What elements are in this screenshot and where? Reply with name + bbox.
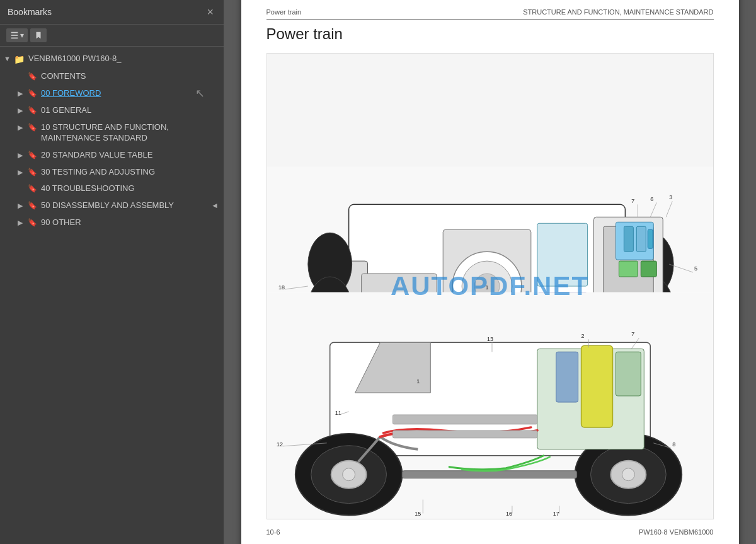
sidebar-content: ▼ 📁 VENBM61000 PW160-8_ ▶ 🔖 CONTENTS ▶ 🔖…: [0, 47, 224, 544]
bookmark-icon: 🔖: [28, 218, 37, 228]
header-right-text: STRUCTURE AND FUNCTION, MAINTENANCE STAN…: [523, 8, 713, 16]
footer-doc-ref: PW160-8 VENBM61000: [639, 528, 714, 536]
item-label-foreword: 00 FOREWORD: [41, 88, 219, 99]
page-title: Power train: [266, 25, 714, 43]
bookmark-icon: 🔖: [28, 168, 37, 178]
svg-text:7: 7: [631, 198, 634, 204]
svg-point-51: [342, 468, 355, 481]
bookmark-icon: 🔖: [28, 72, 37, 82]
chevron-right-icon: ▶: [18, 168, 25, 177]
sidebar-item-standard[interactable]: ▶ 🔖 20 STANDARD VALUE TABLE: [0, 147, 224, 164]
svg-rect-0: [11, 32, 18, 33]
bookmark-icon: 🔖: [28, 123, 37, 133]
sidebar-item-disassembly[interactable]: ▶ 🔖 50 DISASSEMBLY AND ASSEMBLY ◄: [0, 197, 224, 214]
close-button[interactable]: ×: [204, 5, 216, 19]
diagram-container: AUTOPDF.NET: [266, 53, 714, 519]
svg-text:5: 5: [694, 265, 697, 272]
chevron-down-icon: ▼: [4, 54, 11, 63]
sidebar-item-foreword[interactable]: ▶ 🔖 00 FOREWORD ↖: [0, 85, 224, 102]
sidebar-item-other[interactable]: ▶ 🔖 90 OTHER: [0, 214, 224, 231]
svg-text:11: 11: [335, 410, 341, 416]
item-label-testing: 30 TESTING AND ADJUSTING: [41, 167, 219, 178]
folder-icon: 📁: [14, 54, 25, 65]
chevron-right-icon: ▶: [18, 151, 25, 159]
page-number: 10-6: [266, 528, 280, 536]
sidebar-item-structure[interactable]: ▶ 🔖 10 STRUCTURE AND FUNCTION, MAINTENAN…: [0, 119, 224, 147]
svg-text:2: 2: [581, 333, 584, 339]
svg-rect-58: [581, 345, 612, 427]
item-label-structure: 10 STRUCTURE AND FUNCTION, MAINTENANCE S…: [41, 122, 219, 144]
svg-text:15: 15: [415, 511, 421, 517]
svg-text:6: 6: [650, 196, 653, 202]
chevron-right-icon: ▶: [18, 106, 25, 115]
svg-text:13: 13: [487, 336, 493, 342]
tree-root-item[interactable]: ▼ 📁 VENBM61000 PW160-8_: [0, 50, 224, 68]
dropdown-arrow: ▾: [20, 31, 24, 40]
bookmark-icon: 🔖: [28, 184, 37, 194]
svg-rect-56: [402, 471, 576, 478]
svg-point-55: [622, 468, 634, 481]
item-label-contents: CONTENTS: [41, 71, 219, 82]
svg-rect-26: [619, 261, 638, 277]
header-left-text: Power train: [266, 8, 302, 16]
svg-text:17: 17: [553, 511, 559, 517]
svg-rect-24: [636, 226, 646, 252]
vehicle-diagram: AUTOPDF.NET: [266, 53, 714, 519]
bookmark-icon: 🔖: [28, 106, 37, 116]
svg-rect-62: [392, 431, 537, 438]
svg-rect-13: [537, 223, 587, 286]
sidebar-item-general[interactable]: ▶ 🔖 01 GENERAL: [0, 102, 224, 119]
item-label-disassembly: 50 DISASSEMBLY AND ASSEMBLY: [41, 200, 219, 211]
svg-rect-2: [11, 38, 18, 39]
page-header: Power train STRUCTURE AND FUNCTION, MAIN…: [266, 8, 714, 20]
svg-rect-61: [392, 415, 537, 424]
bottom-view-diagram: 13 2 7 8 12 11 15 16 17 1: [267, 292, 713, 519]
bookmark-icon: 🔖: [28, 151, 37, 161]
sidebar-item-testing[interactable]: ▶ 🔖 30 TESTING AND ADJUSTING: [0, 164, 224, 181]
svg-rect-1: [11, 35, 18, 36]
item-label-general: 01 GENERAL: [41, 105, 219, 116]
bookmark-icon: 🔖: [28, 89, 37, 99]
chevron-right-icon: ▶: [18, 201, 25, 210]
svg-text:12: 12: [276, 441, 282, 448]
collapse-handle[interactable]: ◄: [211, 201, 219, 211]
svg-text:16: 16: [505, 511, 512, 517]
chevron-right-icon: ▶: [18, 123, 25, 132]
svg-rect-60: [616, 352, 641, 396]
sidebar-title: Bookmarks: [8, 7, 52, 17]
svg-text:8: 8: [672, 441, 675, 448]
bookmark-icon: [34, 31, 43, 40]
bookmark-icon: 🔖: [28, 201, 37, 211]
chevron-right-icon: ▶: [18, 89, 25, 98]
list-view-button[interactable]: ▾: [6, 28, 28, 42]
main-content: Power train STRUCTURE AND FUNCTION, MAIN…: [224, 0, 756, 544]
sidebar-item-troubleshooting[interactable]: ▶ 🔖 40 TROUBLESHOOTING: [0, 180, 224, 197]
svg-text:1: 1: [485, 284, 488, 291]
chevron-right-icon: ▶: [18, 218, 25, 227]
page-container: Power train STRUCTURE AND FUNCTION, MAIN…: [241, 0, 739, 544]
svg-text:3: 3: [669, 194, 672, 200]
item-label-other: 90 OTHER: [41, 217, 219, 228]
bookmark-view-button[interactable]: [30, 28, 47, 42]
page-footer: 10-6 PW160-8 VENBM61000: [266, 526, 714, 536]
sidebar-item-contents[interactable]: ▶ 🔖 CONTENTS: [0, 68, 224, 85]
list-icon: [10, 31, 19, 40]
item-label-troubleshooting: 40 TROUBLESHOOTING: [41, 183, 219, 194]
svg-text:18: 18: [278, 284, 284, 291]
svg-text:1: 1: [416, 378, 420, 385]
svg-rect-23: [624, 226, 633, 252]
svg-rect-59: [556, 352, 578, 402]
svg-text:7: 7: [631, 331, 634, 337]
root-item-label: VENBM61000 PW160-8_: [28, 54, 219, 64]
sidebar-header: Bookmarks ×: [0, 0, 224, 25]
svg-rect-27: [641, 261, 656, 277]
svg-rect-25: [648, 229, 653, 248]
sidebar: Bookmarks × ▾ ▼ 📁 VENBM61000 PW160-8_: [0, 0, 224, 544]
tree-root: ▼ 📁 VENBM61000 PW160-8_ ▶ 🔖 CONTENTS ▶ 🔖…: [0, 49, 224, 233]
item-label-standard: 20 STANDARD VALUE TABLE: [41, 150, 219, 161]
sidebar-toolbar: ▾: [0, 25, 224, 47]
